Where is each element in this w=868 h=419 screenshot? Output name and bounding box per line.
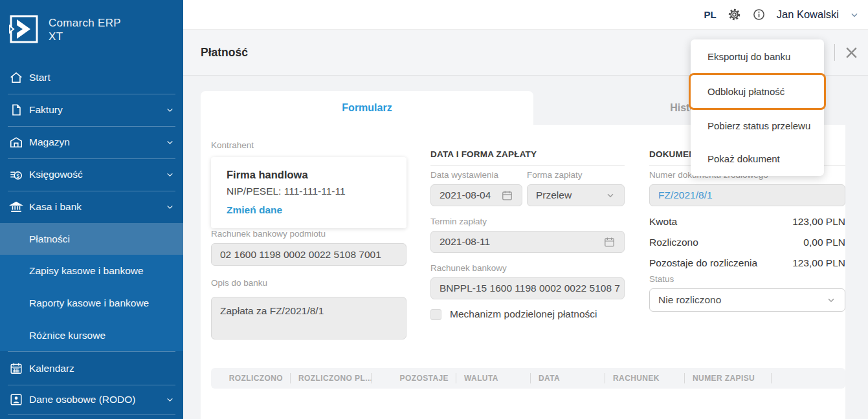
menu-item-pobierz-status-przelewu[interactable]: Pobierz status przelewu — [691, 110, 824, 143]
app-name-line2: XT — [49, 30, 121, 43]
invoice-icon — [9, 103, 23, 117]
change-data-link[interactable]: Zmień dane — [227, 204, 282, 216]
status-value: Nie rozliczono — [658, 294, 721, 306]
sidebar-item-label: Raporty kasowe i bankowe — [29, 297, 149, 309]
rachunek-podmiotu-input[interactable]: 02 1600 1198 0002 0022 5108 7001 — [211, 243, 406, 266]
column-header-numer-zapisu[interactable]: NUMER ZAPISU — [685, 368, 772, 389]
sidebar-item-roznice-kursowe[interactable]: Różnice kursowe — [0, 319, 183, 351]
kontrahent-card: Firma handlowa NIP/PESEL: 111-111-11-11 … — [211, 157, 406, 228]
column-header-waluta[interactable]: WALUTA — [456, 368, 531, 389]
pozostaje-label: Pozostaje do rozliczenia — [649, 257, 757, 269]
calendar-picker-icon[interactable] — [501, 189, 513, 202]
status-select[interactable]: Nie rozliczono — [649, 288, 845, 312]
termin-zaplaty-label: Termin zapłaty — [430, 217, 487, 226]
numer-dokumentu-link[interactable]: FZ/2021/8/1 — [649, 184, 845, 206]
header-divider — [834, 44, 835, 61]
sidebar-item-platnosci[interactable]: Płatności — [0, 223, 183, 255]
status-label: Status — [649, 274, 674, 284]
sidebar-item-zapisy-kasowe[interactable]: Zapisy kasowe i bankowe — [0, 255, 183, 287]
sidebar-item-label: Płatności — [29, 233, 70, 245]
chevron-down-icon — [166, 171, 174, 179]
topbar: PL Jan Kowalski — [183, 0, 868, 30]
sidebar-item-label: Faktury — [29, 104, 63, 116]
tab-formularz[interactable]: Formularz — [201, 91, 533, 125]
dokument-row-pozostaje: Pozostaje do rozliczenia 123,00 PLN — [649, 255, 845, 271]
data-wystawienia-label: Data wystawienia — [430, 170, 498, 180]
column-header-pozostaje[interactable]: POZOSTAJE — [372, 368, 456, 389]
sidebar-item-label: Kasa i bank — [29, 201, 82, 213]
settings-gear-icon[interactable] — [728, 8, 741, 21]
column-header-rozliczono-pl[interactable]: ROZLICZONO PL... — [291, 368, 372, 389]
column-header-rozliczono[interactable]: ROZLICZONO — [211, 368, 291, 389]
sidebar-item-label: Różnice kursowe — [29, 330, 106, 341]
column-header-empty — [772, 368, 845, 389]
sidebar-item-kalendarz[interactable]: Kalendarz — [0, 352, 183, 385]
column-header-rachunek[interactable]: RACHUNEK — [605, 368, 685, 389]
app-name-line1: Comarch ERP — [49, 16, 121, 30]
calendar-icon — [9, 361, 23, 376]
person-icon — [9, 392, 23, 407]
split-payment-checkbox[interactable] — [430, 309, 441, 320]
menu-item-eksportuj-do-banku[interactable]: Eksportuj do banku — [691, 40, 824, 73]
termin-zaplaty-value: 2021-08-11 — [440, 236, 490, 248]
rachunek-bankowy-label: Rachunek bankowy — [430, 263, 507, 273]
home-icon — [9, 70, 23, 85]
menu-item-pokaz-dokument[interactable]: Pokaż dokument — [691, 142, 824, 175]
rozliczono-value: 0,00 PLN — [803, 237, 845, 248]
chevron-down-icon — [166, 138, 174, 147]
payment-context-menu: Eksportuj do banku Odblokuj płatność Pob… — [691, 39, 824, 176]
sidebar-item-kasa-i-bank[interactable]: Kasa i bank — [0, 191, 183, 223]
svg-text:$: $ — [16, 173, 20, 179]
opis-do-banku-textarea[interactable]: Zapłata za FZ/2021/8/1 — [211, 297, 406, 339]
dokument-row-rozliczono: Rozliczono 0,00 PLN — [649, 235, 845, 250]
language-selector[interactable]: PL — [704, 9, 717, 20]
sidebar-divider — [8, 351, 175, 352]
comarch-logo-icon — [8, 14, 39, 45]
accounting-icon: $ — [9, 167, 23, 182]
rachunek-podmiotu-value: 02 1600 1198 0002 0022 5108 7001 — [220, 249, 381, 261]
page-title: Płatność — [201, 46, 248, 59]
sidebar-item-label: Start — [29, 72, 50, 83]
forma-zaplaty-select[interactable]: Przelew — [527, 184, 625, 206]
data-wystawienia-value: 2021-08-04 — [440, 189, 491, 201]
sidebar-item-faktury[interactable]: Faktury — [0, 94, 183, 126]
opis-do-banku-value: Zapłata za FZ/2021/8/1 — [220, 305, 324, 316]
chevron-down-icon — [166, 106, 174, 114]
numer-dokumentu-value: FZ/2021/8/1 — [658, 189, 713, 201]
user-chevron-down-icon[interactable] — [850, 10, 859, 19]
sidebar-item-ksiegowosc[interactable]: $ Księgowość — [0, 158, 183, 191]
sidebar-item-label: Księgowość — [29, 169, 83, 180]
info-icon[interactable] — [752, 8, 766, 21]
app-logo[interactable]: Comarch ERP XT — [8, 14, 121, 45]
dokument-row-kwota: Kwota 123,00 PLN — [649, 214, 845, 230]
chevron-down-icon — [166, 396, 174, 404]
sidebar-item-magazyn[interactable]: Magazyn — [0, 126, 183, 158]
settlements-table-header: ROZLICZONO ROZLICZONO PL... POZOSTAJE WA… — [211, 368, 845, 389]
rachunek-bankowy-input[interactable]: BNPPL-15 1600 1198 0002 0022 5108 7 — [430, 277, 625, 299]
sidebar-item-raporty-kasowe[interactable]: Raporty kasowe i bankowe — [0, 287, 183, 319]
sidebar-item-label: Dane osobowe (RODO) — [29, 394, 136, 405]
rachunek-podmiotu-label: Rachunek bankowy podmiotu — [211, 229, 326, 239]
sidebar-item-label: Kalendarz — [29, 363, 74, 374]
sidebar-item-start[interactable]: Start — [0, 61, 183, 94]
warehouse-icon — [9, 135, 23, 149]
calendar-picker-icon[interactable] — [603, 236, 616, 248]
sidebar-divider — [8, 414, 175, 415]
user-menu[interactable]: Jan Kowalski — [777, 8, 839, 21]
sidebar-item-label: Zapisy kasowe i bankowe — [29, 265, 144, 277]
rachunek-bankowy-value: BNPPL-15 1600 1198 0002 0022 5108 7 — [440, 283, 620, 294]
kontrahent-name: Firma handlowa — [227, 169, 391, 181]
forma-zaplaty-value: Przelew — [536, 189, 572, 201]
data-wystawienia-field[interactable]: 2021-08-04 — [430, 184, 522, 206]
section-data-i-forma-zaplaty: DATA I FORMA ZAPŁATY — [430, 149, 625, 166]
termin-zaplaty-field[interactable]: 2021-08-11 — [430, 231, 625, 253]
opis-do-banku-label: Opis do banku — [211, 278, 267, 288]
close-icon[interactable] — [844, 45, 859, 60]
kwota-label: Kwota — [649, 216, 677, 228]
split-payment-row: Mechanizm podzielonej płatności — [430, 308, 597, 320]
column-header-data[interactable]: DATA — [531, 368, 605, 389]
menu-item-odblokuj-platnosc[interactable]: Odblokuj płatność — [689, 73, 826, 110]
sidebar-item-dane-osobowe[interactable]: Dane osobowe (RODO) — [0, 385, 183, 414]
split-payment-label: Mechanizm podzielonej płatności — [450, 308, 597, 320]
kwota-value: 123,00 PLN — [792, 216, 845, 228]
